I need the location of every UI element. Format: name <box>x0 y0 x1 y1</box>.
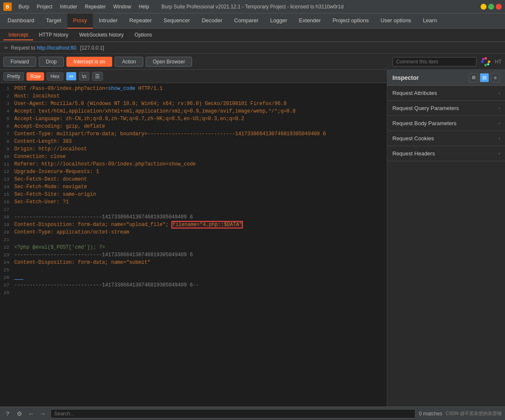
inspector-sections: Request Attributes›Request Query Paramet… <box>387 86 505 161</box>
line-content <box>13 266 387 274</box>
nav-tab-learn[interactable]: Learn <box>417 13 443 29</box>
nav-tab-project-options[interactable]: Project options <box>327 13 375 29</box>
line-content: Host: localhost <box>13 92 387 100</box>
code-line-3: 3User-Agent: Mozilla/5.0 (Windows NT 10.… <box>0 100 387 108</box>
line-number: 1 <box>0 85 13 92</box>
edit-icon[interactable]: ✏ <box>4 45 8 51</box>
line-content: Connection: close <box>13 153 387 160</box>
sub-tab-websockets-history[interactable]: WebSockets history <box>74 30 129 40</box>
inspector-list-btn[interactable]: ▤ <box>480 73 489 82</box>
drop-button[interactable]: Drop <box>39 57 64 67</box>
code-line-24: 24Content-Disposition: form-data; name="… <box>0 259 387 266</box>
code-line-11: 11Referer: http://localhost/Pass-09/inde… <box>0 160 387 168</box>
title-text: Burp Suite Professional v2021.12.1 - Tem… <box>161 4 343 10</box>
action-button[interactable]: Action <box>115 57 143 67</box>
raw-tab[interactable]: Raw <box>26 72 44 81</box>
sub-tab-intercept[interactable]: Intercept <box>3 30 33 40</box>
comment-input[interactable] <box>392 57 476 66</box>
svg-point-5 <box>487 63 489 65</box>
pretty-tab[interactable]: Pretty <box>3 72 24 81</box>
menu-repeater[interactable]: Repeater <box>82 3 109 10</box>
inspector-section-request-headers[interactable]: Request Headers› <box>387 146 505 161</box>
line-content <box>13 236 387 244</box>
line-content: -----------------------------14173386641… <box>13 213 387 221</box>
menu-icon-btn[interactable]: ☰ <box>92 72 103 81</box>
nav-tab-user-options[interactable]: User options <box>375 13 417 29</box>
wrap-icon-btn[interactable]: ⇔ <box>66 72 76 81</box>
title-bar-left: B BurpProjectIntruderRepeaterWindowHelp <box>3 3 153 11</box>
menu-project[interactable]: Project <box>33 3 55 10</box>
code-line-14: 14Sec-Fetch-Mode: navigate <box>0 183 387 191</box>
close-btn[interactable] <box>496 4 502 10</box>
code-line-25: 25 <box>0 266 387 274</box>
sub-tab-http-history[interactable]: HTTP history <box>34 30 74 40</box>
burp-icon: B <box>3 3 12 11</box>
nav-tab-comparer[interactable]: Comparer <box>228 13 264 29</box>
menu-help[interactable]: Help <box>135 3 153 10</box>
back-icon[interactable]: ← <box>27 410 35 418</box>
line-number: 16 <box>0 198 13 206</box>
line-number: 28 <box>0 289 13 297</box>
request-ip: [127.0.0.1] <box>80 45 104 51</box>
code-editor[interactable]: 1POST /Pass-09/index.php?action=show_cod… <box>0 83 387 407</box>
minimize-btn[interactable] <box>481 4 487 10</box>
nav-tab-target[interactable]: Target <box>40 13 67 29</box>
line-content: Accept-Language: zh-CN,zh;q=0.8,zh-TW;q=… <box>13 115 387 123</box>
inspector-grid-btn[interactable]: ⊞ <box>469 73 478 82</box>
maximize-btn[interactable] <box>488 4 494 10</box>
forward-button[interactable]: Forward <box>3 57 36 67</box>
line-number: 6 <box>0 123 13 130</box>
help-icon[interactable]: ? <box>3 410 12 418</box>
line-number: 12 <box>0 168 13 176</box>
nav-tab-proxy[interactable]: Proxy <box>67 13 93 29</box>
line-content: Sec-Fetch-Dest: document <box>13 176 387 183</box>
window-controls <box>481 4 502 10</box>
line-content: Sec-Fetch-Mode: navigate <box>13 183 387 191</box>
code-line-10: 10Connection: close <box>0 153 387 160</box>
nav-tab-intruder[interactable]: Intruder <box>93 13 124 29</box>
nav-tab-sequencer[interactable]: Sequencer <box>158 13 196 29</box>
inspector-header: Inspector ⊞ ▤ ≡ <box>387 70 505 86</box>
menu-intruder[interactable]: Intruder <box>57 3 81 10</box>
inspector-section-label: Request Body Parameters <box>392 120 456 126</box>
line-content: User-Agent: Mozilla/5.0 (Windows NT 10.0… <box>13 100 387 108</box>
line-number: 21 <box>0 236 13 244</box>
menu-window[interactable]: Window <box>110 3 134 10</box>
title-bar: B BurpProjectIntruderRepeaterWindowHelp … <box>0 0 505 13</box>
open-browser-button[interactable]: Open Browser <box>146 57 192 67</box>
line-number: 27 <box>0 281 13 289</box>
inspector-section-request-body-parameters[interactable]: Request Body Parameters› <box>387 116 505 131</box>
line-content: Content-Type: multipart/form-data; bound… <box>13 130 387 138</box>
toolbar: Forward Drop Intercept is on Action Open… <box>0 54 505 70</box>
line-number: 8 <box>0 138 13 145</box>
forward-nav-icon[interactable]: → <box>39 410 47 418</box>
line-number: 14 <box>0 183 13 191</box>
intercept-button[interactable]: Intercept is on <box>66 57 112 67</box>
line-content: Content-Disposition: form-data; name="su… <box>13 259 387 266</box>
inspector-panel: Inspector ⊞ ▤ ≡ Request Attributes›Reque… <box>387 70 505 407</box>
inspector-filter-btn[interactable]: ≡ <box>491 73 500 82</box>
nav-tab-decoder[interactable]: Decoder <box>196 13 228 29</box>
nav-tab-logger[interactable]: Logger <box>264 13 293 29</box>
search-input[interactable] <box>50 409 416 418</box>
line-content: -----------------------------14173386641… <box>13 281 387 289</box>
settings-icon[interactable]: ⚙ <box>15 410 24 418</box>
menu-burp[interactable]: Burp <box>15 3 32 10</box>
code-line-21: 21 <box>0 236 387 244</box>
line-content <box>13 289 387 297</box>
inspector-section-label: Request Headers <box>392 150 435 157</box>
code-line-19: 19Content-Disposition: form-data; name="… <box>0 221 387 228</box>
inspector-section-request-cookies[interactable]: Request Cookies› <box>387 131 505 146</box>
nav-tab-repeater[interactable]: Repeater <box>124 13 158 29</box>
nav-tab-extender[interactable]: Extender <box>293 13 327 29</box>
inspector-section-request-attributes[interactable]: Request Attributes› <box>387 86 505 101</box>
nav-tab-dashboard[interactable]: Dashboard <box>2 13 40 29</box>
line-content: POST /Pass-09/index.php?action=show_code… <box>13 85 387 92</box>
svg-point-0 <box>484 57 487 60</box>
inspector-section-request-query-parameters[interactable]: Request Query Parameters› <box>387 101 505 116</box>
inspector-section-label: Request Attributes <box>392 90 437 96</box>
hex-tab[interactable]: Hex <box>47 72 63 81</box>
sub-tab-options[interactable]: Options <box>129 30 157 40</box>
color-picker-icon[interactable] <box>481 57 491 67</box>
nl-icon-btn[interactable]: \n <box>79 72 89 81</box>
